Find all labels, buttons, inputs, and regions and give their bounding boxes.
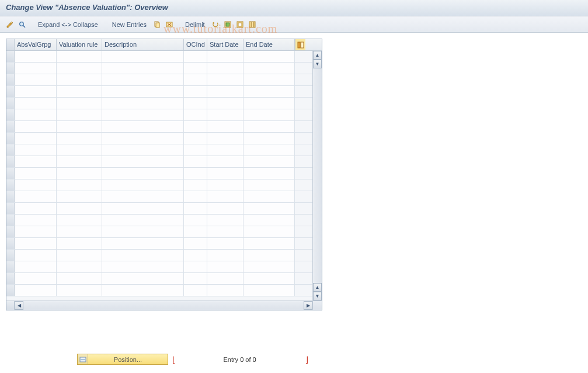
cell-ocind[interactable] (184, 215, 207, 226)
cell-absvalgrpg[interactable] (15, 121, 57, 132)
cell-valuation-rule[interactable] (57, 215, 102, 226)
cell-valuation-rule[interactable] (57, 179, 102, 191)
cell-start-date[interactable] (207, 121, 243, 132)
configure-columns-icon[interactable] (247, 19, 258, 30)
cell-valuation-rule[interactable] (57, 191, 102, 202)
cell-ocind[interactable] (184, 121, 207, 132)
cell-start-date[interactable] (207, 168, 243, 179)
cell-valuation-rule[interactable] (57, 238, 102, 249)
cell-start-date[interactable] (207, 191, 243, 202)
scroll-right-icon[interactable]: ▶ (304, 301, 312, 310)
find-icon[interactable] (17, 19, 27, 30)
cell-end-date[interactable] (243, 238, 295, 249)
row-selector[interactable] (6, 179, 15, 191)
cell-absvalgrpg[interactable] (15, 238, 57, 249)
cell-description[interactable] (102, 238, 184, 249)
col-header-end-date[interactable]: End Date (243, 39, 295, 50)
select-all-icon[interactable] (222, 19, 233, 30)
cell-absvalgrpg[interactable] (15, 250, 57, 261)
row-selector[interactable] (6, 215, 15, 226)
cell-ocind[interactable] (184, 179, 207, 191)
cell-end-date[interactable] (243, 86, 295, 97)
cell-ocind[interactable] (184, 98, 207, 109)
cell-valuation-rule[interactable] (57, 109, 102, 120)
cell-end-date[interactable] (243, 121, 295, 132)
hscroll-track[interactable] (23, 301, 304, 310)
cell-description[interactable] (102, 250, 184, 261)
row-selector[interactable] (6, 250, 15, 261)
cell-end-date[interactable] (243, 144, 295, 156)
row-selector[interactable] (6, 191, 15, 202)
row-selector[interactable] (6, 63, 15, 74)
cell-valuation-rule[interactable] (57, 98, 102, 109)
cell-ocind[interactable] (184, 203, 207, 214)
cell-absvalgrpg[interactable] (15, 86, 57, 97)
row-selector[interactable] (6, 144, 15, 156)
col-header-absvalgrpg[interactable]: AbsValGrpg (15, 39, 57, 50)
cell-valuation-rule[interactable] (57, 226, 102, 237)
row-selector[interactable] (6, 285, 15, 296)
cell-end-date[interactable] (243, 179, 295, 191)
cell-description[interactable] (102, 86, 184, 97)
col-header-valuation-rule[interactable]: Valuation rule (57, 39, 102, 50)
cell-description[interactable] (102, 144, 184, 156)
row-selector[interactable] (6, 203, 15, 214)
cell-description[interactable] (102, 273, 184, 284)
cell-absvalgrpg[interactable] (15, 226, 57, 237)
cell-description[interactable] (102, 191, 184, 202)
cell-start-date[interactable] (207, 144, 243, 156)
col-header-description[interactable]: Description (102, 39, 184, 50)
cell-end-date[interactable] (243, 191, 295, 202)
cell-start-date[interactable] (207, 215, 243, 226)
cell-absvalgrpg[interactable] (15, 74, 57, 85)
cell-absvalgrpg[interactable] (15, 285, 57, 296)
cell-start-date[interactable] (207, 156, 243, 167)
cell-description[interactable] (102, 179, 184, 191)
cell-valuation-rule[interactable] (57, 261, 102, 272)
row-selector[interactable] (6, 168, 15, 179)
cell-start-date[interactable] (207, 203, 243, 214)
cell-start-date[interactable] (207, 51, 243, 62)
cell-end-date[interactable] (243, 109, 295, 120)
row-selector[interactable] (6, 98, 15, 109)
col-header-ocind[interactable]: OCInd (184, 39, 207, 50)
toggle-display-change-icon[interactable] (5, 19, 15, 30)
cell-ocind[interactable] (184, 250, 207, 261)
cell-absvalgrpg[interactable] (15, 273, 57, 284)
position-button[interactable]: Position... (77, 354, 168, 365)
cell-ocind[interactable] (184, 273, 207, 284)
cell-description[interactable] (102, 168, 184, 179)
cell-description[interactable] (102, 121, 184, 132)
cell-end-date[interactable] (243, 261, 295, 272)
cell-start-date[interactable] (207, 86, 243, 97)
cell-absvalgrpg[interactable] (15, 191, 57, 202)
cell-description[interactable] (102, 203, 184, 214)
cell-description[interactable] (102, 74, 184, 85)
cell-description[interactable] (102, 133, 184, 144)
cell-absvalgrpg[interactable] (15, 168, 57, 179)
cell-valuation-rule[interactable] (57, 273, 102, 284)
cell-valuation-rule[interactable] (57, 250, 102, 261)
scroll-up-icon[interactable]: ▲ (313, 51, 322, 60)
cell-ocind[interactable] (184, 226, 207, 237)
row-selector[interactable] (6, 226, 15, 237)
cell-absvalgrpg[interactable] (15, 63, 57, 74)
cell-ocind[interactable] (184, 238, 207, 249)
cell-valuation-rule[interactable] (57, 168, 102, 179)
cell-start-date[interactable] (207, 109, 243, 120)
expand-collapse-button[interactable]: Expand <-> Collapse (34, 19, 102, 30)
cell-description[interactable] (102, 51, 184, 62)
cell-description[interactable] (102, 215, 184, 226)
cell-description[interactable] (102, 63, 184, 74)
cell-ocind[interactable] (184, 156, 207, 167)
cell-ocind[interactable] (184, 191, 207, 202)
horizontal-scrollbar[interactable]: ◀ ▶ (6, 301, 322, 310)
cell-description[interactable] (102, 261, 184, 272)
cell-valuation-rule[interactable] (57, 121, 102, 132)
deselect-all-icon[interactable] (235, 19, 245, 30)
cell-absvalgrpg[interactable] (15, 109, 57, 120)
row-selector[interactable] (6, 51, 15, 62)
row-selector[interactable] (6, 121, 15, 132)
cell-start-date[interactable] (207, 179, 243, 191)
cell-valuation-rule[interactable] (57, 156, 102, 167)
